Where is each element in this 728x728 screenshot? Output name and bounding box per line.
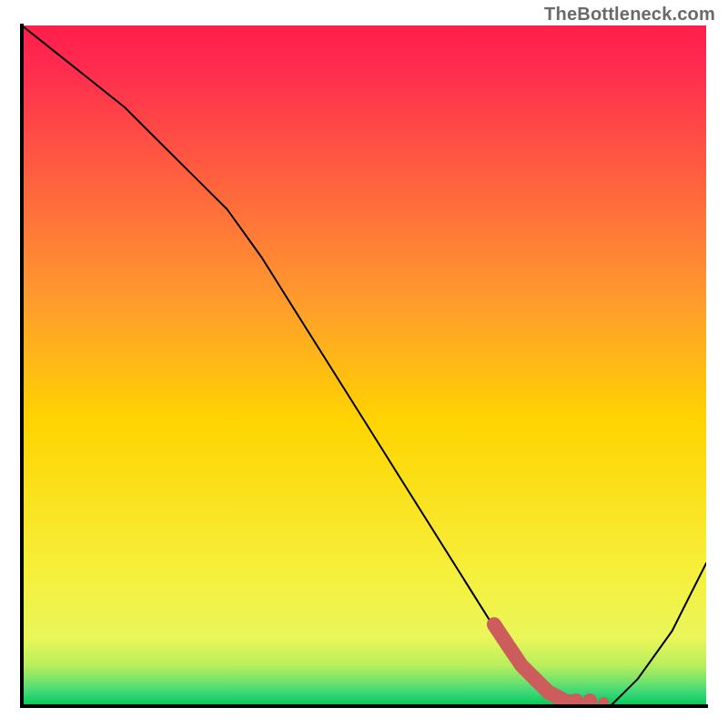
heatmap-background <box>22 25 706 706</box>
watermark-text: TheBottleneck.com <box>544 4 715 25</box>
chart-stage: TheBottleneck.com <box>0 0 728 728</box>
chart-canvas <box>0 0 728 728</box>
